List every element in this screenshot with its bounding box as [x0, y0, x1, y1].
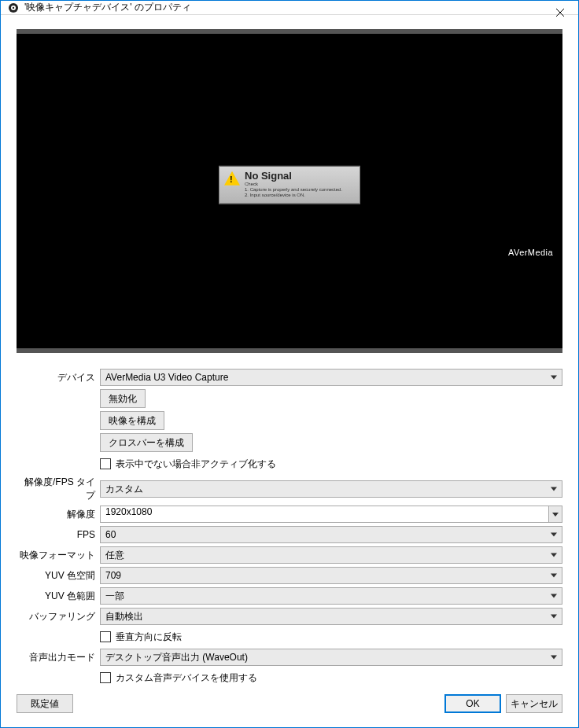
titlebar: '映像キャプチャデバイス' のプロパティ [1, 1, 578, 15]
form-area: デバイス AVerMedia U3 Video Capture 無効化 [17, 369, 562, 686]
flip-vertical-label: 垂直方向に反転 [116, 631, 182, 644]
custom-audio-device-label: カスタム音声デバイスを使用する [116, 671, 257, 685]
label-yuv-range: YUV 色範囲 [17, 590, 95, 603]
label-device: デバイス [17, 371, 95, 384]
yuv-space-value: 709 [105, 570, 121, 581]
device-select[interactable]: AVerMedia U3 Video Capture [100, 369, 562, 386]
deactivate-checkbox-label: 表示中でない場合非アクティブ化する [116, 458, 276, 471]
resfps-type-value: カスタム [105, 483, 143, 496]
yuv-space-select[interactable]: 709 [100, 567, 562, 584]
custom-audio-device-checkbox[interactable] [100, 672, 111, 683]
no-signal-line1: 1. Capture is properly and securely conn… [245, 187, 342, 193]
resolution-input[interactable]: 1920x1080 [100, 506, 548, 523]
no-signal-text: No Signal Check 1. Capture is properly a… [245, 170, 342, 199]
flip-vertical-checkbox[interactable] [100, 631, 111, 642]
warning-icon [224, 171, 240, 186]
svg-point-2 [13, 6, 14, 8]
audio-output-mode-select[interactable]: デスクトップ音声出力 (WaveOut) [100, 649, 562, 666]
preview-frame: No Signal Check 1. Capture is properly a… [17, 29, 562, 353]
label-resfps-type: 解像度/FPS タイプ [17, 476, 95, 502]
video-preview: No Signal Check 1. Capture is properly a… [17, 34, 562, 348]
properties-dialog: '映像キャプチャデバイス' のプロパティ No Signal Check 1. … [0, 0, 579, 728]
fps-value: 60 [105, 529, 116, 540]
fps-select[interactable]: 60 [100, 526, 562, 543]
disable-button[interactable]: 無効化 [100, 389, 146, 408]
cancel-button[interactable]: キャンセル [506, 694, 562, 713]
deactivate-checkbox[interactable] [100, 458, 111, 469]
ok-button[interactable]: OK [444, 694, 501, 713]
device-select-value: AVerMedia U3 Video Capture [105, 372, 228, 383]
configure-crossbar-button[interactable]: クロスバーを構成 [100, 433, 193, 452]
yuv-range-value: 一部 [105, 590, 124, 603]
video-format-select[interactable]: 任意 [100, 546, 562, 564]
resolution-combo[interactable]: 1920x1080 [100, 506, 562, 523]
dialog-footer: 既定値 OK キャンセル [17, 686, 562, 719]
no-signal-line2: 2. Input source/device is ON. [245, 193, 342, 198]
buffering-select[interactable]: 自動検出 [100, 608, 562, 625]
label-buffering: バッファリング [17, 610, 95, 623]
label-audio-output-mode: 音声出力モード [17, 651, 95, 664]
app-icon [7, 2, 20, 14]
resolution-dropdown-button[interactable] [548, 506, 562, 523]
close-icon [555, 8, 565, 17]
close-button[interactable] [542, 1, 578, 24]
label-yuv-space: YUV 色空間 [17, 569, 95, 583]
no-signal-sub: Check [245, 182, 342, 187]
video-format-value: 任意 [105, 549, 124, 562]
configure-video-button[interactable]: 映像を構成 [100, 411, 164, 430]
yuv-range-select[interactable]: 一部 [100, 587, 562, 605]
brand-watermark: AVerMedia [508, 248, 553, 257]
resfps-type-select[interactable]: カスタム [100, 480, 562, 498]
buffering-value: 自動検出 [105, 610, 143, 623]
audio-output-mode-value: デスクトップ音声出力 (WaveOut) [105, 651, 248, 664]
window-title: '映像キャプチャデバイス' のプロパティ [24, 1, 191, 14]
label-video-format: 映像フォーマット [17, 549, 95, 562]
no-signal-overlay: No Signal Check 1. Capture is properly a… [219, 166, 360, 204]
content-area: No Signal Check 1. Capture is properly a… [1, 15, 578, 727]
defaults-button[interactable]: 既定値 [17, 694, 73, 713]
label-fps: FPS [17, 529, 95, 540]
no-signal-title: No Signal [245, 170, 342, 182]
label-resolution: 解像度 [17, 508, 95, 521]
